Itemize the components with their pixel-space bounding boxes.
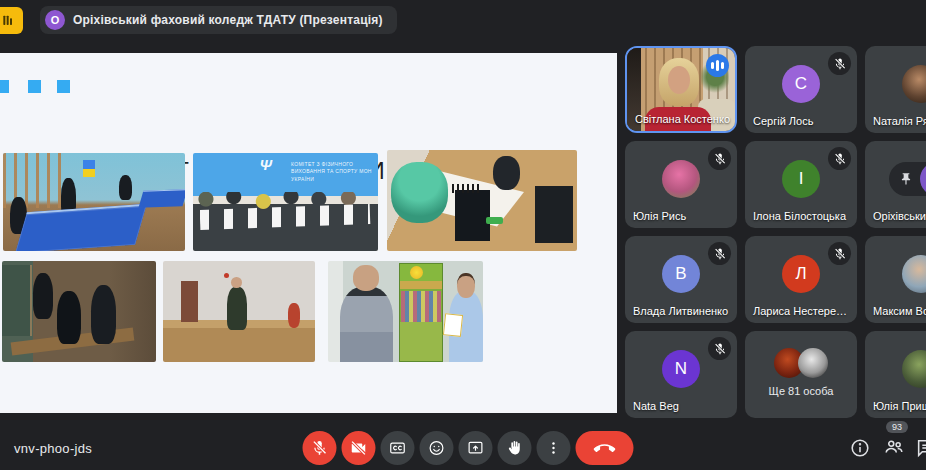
letter-avatar: І xyxy=(782,160,820,198)
participant-tile-yulia-pryshch[interactable]: Юлія Прищ xyxy=(865,331,926,418)
slide-photo-table-tennis xyxy=(3,153,185,251)
end-call-icon xyxy=(594,437,616,459)
slide-decor-square xyxy=(0,80,9,93)
participant-name: Ілона Білостоцька xyxy=(753,210,846,222)
participant-name: Ще 81 особа xyxy=(769,385,834,397)
mic-muted-icon xyxy=(828,242,851,265)
mic-off-icon xyxy=(833,152,847,166)
participants-grid: Світлана КостенкоС Сергій Лось Nаталія Р… xyxy=(625,46,926,418)
participant-name: Максим Во xyxy=(873,305,926,317)
captions-icon xyxy=(389,439,407,457)
banner-text: КОМІТЕТ З ФІЗИЧНОГО ВИХОВАННЯ ТА СПОРТУ … xyxy=(291,161,374,184)
slide-photo-award xyxy=(328,261,483,362)
raise-hand-button[interactable] xyxy=(498,431,532,465)
participant-tile-nata-beg[interactable]: N Nata Beg xyxy=(625,331,737,418)
participant-name: Nata Beg xyxy=(633,400,679,412)
photo-avatar xyxy=(902,255,926,293)
participant-tile-ilona-bilostotska[interactable]: І Ілона Білостоцька xyxy=(745,141,857,228)
chat-button[interactable] xyxy=(915,437,926,459)
end-call-button[interactable] xyxy=(576,431,634,465)
participant-tile-81-more-people[interactable]: Ще 81 особа xyxy=(745,331,857,418)
participant-name: Влада Литвиненко xyxy=(633,305,728,317)
mic-off-icon xyxy=(833,57,847,71)
smiley-icon xyxy=(428,439,446,457)
participant-name: Оріхівськи xyxy=(873,210,926,222)
meeting-title: Оріхівський фаховий коледж ТДАТУ (Презен… xyxy=(73,13,383,27)
google-meet-window: О Оріхівський фаховий коледж ТДАТУ (През… xyxy=(0,0,926,470)
camera-off-button[interactable] xyxy=(342,431,376,465)
participant-name: Лариса Нестере… xyxy=(753,305,847,317)
meeting-avatar: О xyxy=(45,10,65,30)
participant-name: Nаталія Ря xyxy=(873,115,926,127)
raise-hand-icon xyxy=(506,439,524,457)
mic-off-button[interactable] xyxy=(303,431,337,465)
photo-avatar xyxy=(902,350,926,388)
pinned-indicator xyxy=(889,162,926,196)
mic-off-icon xyxy=(311,439,329,457)
chat-icon xyxy=(915,437,926,459)
participant-tile-vlada-lytvynenko[interactable]: В Влада Литвиненко xyxy=(625,236,737,323)
letter-avatar: С xyxy=(782,65,820,103)
captions-button[interactable] xyxy=(381,431,415,465)
pin-icon xyxy=(899,172,913,186)
mic-muted-icon xyxy=(828,52,851,75)
building-glyph-icon xyxy=(0,13,16,29)
slide-decor-square xyxy=(28,80,41,93)
meeting-title-chip[interactable]: О Оріхівський фаховий коледж ТДАТУ (През… xyxy=(40,6,397,34)
letter-avatar: В xyxy=(662,255,700,293)
ukraine-flag xyxy=(83,160,95,177)
presented-slide: СПОРТИВНІ ІВЕНТИ Ψ КОМІТЕТ З ФІЗИЧНОГО В… xyxy=(0,53,617,413)
slide-photo-certificates: Ψ КОМІТЕТ З ФІЗИЧНОГО ВИХОВАННЯ ТА СПОРТ… xyxy=(193,153,378,251)
pin-icon xyxy=(899,172,913,186)
mic-off-icon xyxy=(713,342,727,356)
audio-activity-icon xyxy=(706,54,729,77)
mic-off-icon xyxy=(833,247,847,261)
info-icon xyxy=(849,437,871,459)
stacked-avatar xyxy=(798,348,828,378)
participant-tile-yulia-rys[interactable]: Юлія Рись xyxy=(625,141,737,228)
participant-name: Світлана Костенко xyxy=(635,113,730,125)
slide-photo-classroom xyxy=(2,261,156,362)
participant-tile-serhii-los[interactable]: С Сергій Лось xyxy=(745,46,857,133)
letter-avatar: Л xyxy=(782,255,820,293)
photo-avatar xyxy=(902,65,926,103)
more-options-button[interactable] xyxy=(537,431,571,465)
participant-tile-natalia-rya[interactable]: Nаталія Ря xyxy=(865,46,926,133)
camera-off-icon xyxy=(350,439,368,457)
ping-pong-table xyxy=(15,204,147,251)
slide-decor-square xyxy=(57,80,70,93)
slide-photo-checkers xyxy=(387,150,577,251)
call-controls xyxy=(303,431,634,465)
trident-icon: Ψ xyxy=(260,156,272,173)
participant-name: Юлія Прищ xyxy=(873,400,926,412)
participant-tile-maksym-vo[interactable]: Максим Во xyxy=(865,236,926,323)
mic-off-icon xyxy=(713,152,727,166)
participant-tile-svitlana-kostenko[interactable]: Світлана Костенко xyxy=(625,46,737,133)
slide-photo-gym xyxy=(163,261,315,362)
present-button[interactable] xyxy=(459,431,493,465)
participant-name: Сергій Лось xyxy=(753,115,813,127)
mic-muted-icon xyxy=(828,147,851,170)
participant-tile-orikhivskyi[interactable]: Оріхівськи xyxy=(865,141,926,228)
reactions-button[interactable] xyxy=(420,431,454,465)
present-screen-icon xyxy=(467,439,485,457)
people-button[interactable] xyxy=(883,436,905,458)
stacked-avatars xyxy=(774,348,828,378)
people-icon xyxy=(883,436,905,458)
photo-avatar xyxy=(662,160,700,198)
muted-avatar xyxy=(920,162,926,196)
participant-name: Юлія Рись xyxy=(633,210,686,222)
participant-count-badge: 93 xyxy=(886,421,908,433)
info-button[interactable] xyxy=(849,437,871,459)
mic-muted-icon xyxy=(708,337,731,360)
letter-avatar: N xyxy=(662,350,700,388)
mic-muted-icon xyxy=(708,147,731,170)
meeting-code: vnv-phoo-jds xyxy=(14,441,92,456)
mic-muted-icon xyxy=(708,242,731,265)
participant-tile-larysa-nestere[interactable]: Л Лариса Нестере… xyxy=(745,236,857,323)
yellow-app-icon[interactable] xyxy=(0,7,23,34)
more-options-icon xyxy=(545,439,563,457)
top-bar: О Оріхівський фаховий коледж ТДАТУ (През… xyxy=(0,0,926,40)
mic-off-icon xyxy=(713,247,727,261)
